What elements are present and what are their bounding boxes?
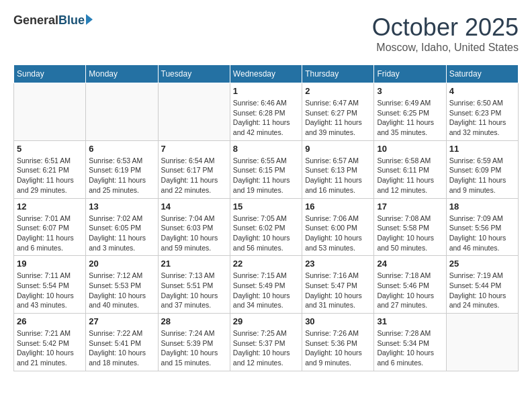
day-info: Sunrise: 7:21 AMSunset: 5:42 PMDaylight:…	[17, 328, 83, 368]
day-info: Sunrise: 7:12 AMSunset: 5:53 PMDaylight:…	[89, 271, 154, 310]
calendar-week-row: 19Sunrise: 7:11 AMSunset: 5:54 PMDayligh…	[14, 256, 519, 314]
day-number: 1	[233, 86, 299, 96]
calendar-day-9: 9Sunrise: 6:57 AMSunset: 6:13 PMDaylight…	[302, 140, 374, 198]
calendar-day-31: 31Sunrise: 7:28 AMSunset: 5:34 PMDayligh…	[374, 314, 446, 371]
calendar-day-4: 4Sunrise: 6:50 AMSunset: 6:23 PMDaylight…	[446, 83, 518, 141]
location-subtitle: Moscow, Idaho, United States	[372, 42, 519, 54]
day-number: 17	[377, 201, 443, 212]
day-info: Sunrise: 7:28 AMSunset: 5:34 PMDaylight:…	[377, 328, 443, 368]
day-number: 16	[305, 201, 371, 212]
day-number: 29	[233, 316, 299, 326]
day-number: 10	[377, 144, 443, 154]
day-info: Sunrise: 7:22 AMSunset: 5:41 PMDaylight:…	[89, 328, 154, 368]
day-info: Sunrise: 7:19 AMSunset: 5:44 PMDaylight:…	[449, 271, 515, 310]
calendar-day-13: 13Sunrise: 7:02 AMSunset: 6:05 PMDayligh…	[86, 198, 158, 256]
day-info: Sunrise: 7:01 AMSunset: 6:07 PMDaylight:…	[17, 214, 83, 253]
calendar-day-12: 12Sunrise: 7:01 AMSunset: 6:07 PMDayligh…	[14, 198, 86, 256]
day-info: Sunrise: 7:02 AMSunset: 6:05 PMDaylight:…	[89, 214, 154, 253]
calendar-day-28: 28Sunrise: 7:24 AMSunset: 5:39 PMDayligh…	[158, 314, 230, 371]
day-info: Sunrise: 6:47 AMSunset: 6:27 PMDaylight:…	[305, 98, 371, 138]
calendar-day-5: 5Sunrise: 6:51 AMSunset: 6:21 PMDaylight…	[14, 140, 86, 198]
day-info: Sunrise: 7:24 AMSunset: 5:39 PMDaylight:…	[161, 328, 227, 368]
day-number: 2	[305, 86, 371, 96]
weekday-header-monday: Monday	[86, 65, 158, 83]
day-number: 19	[17, 259, 83, 269]
day-info: Sunrise: 6:49 AMSunset: 6:25 PMDaylight:…	[377, 98, 443, 138]
day-info: Sunrise: 7:09 AMSunset: 5:56 PMDaylight:…	[449, 214, 515, 253]
day-info: Sunrise: 6:57 AMSunset: 6:13 PMDaylight:…	[305, 156, 371, 195]
weekday-header-tuesday: Tuesday	[158, 65, 230, 83]
day-number: 9	[305, 144, 371, 154]
calendar-header-row: SundayMondayTuesdayWednesdayThursdayFrid…	[14, 65, 519, 83]
calendar-week-row: 5Sunrise: 6:51 AMSunset: 6:21 PMDaylight…	[14, 140, 519, 198]
day-number: 5	[17, 144, 83, 154]
calendar-day-8: 8Sunrise: 6:55 AMSunset: 6:15 PMDaylight…	[230, 140, 302, 198]
weekday-header-thursday: Thursday	[302, 65, 374, 83]
calendar-day-2: 2Sunrise: 6:47 AMSunset: 6:27 PMDaylight…	[302, 83, 374, 141]
title-block: October 2025 Moscow, Idaho, United State…	[372, 13, 519, 54]
calendar-table: SundayMondayTuesdayWednesdayThursdayFrid…	[13, 64, 519, 371]
day-info: Sunrise: 7:08 AMSunset: 5:58 PMDaylight:…	[377, 214, 443, 253]
calendar-day-7: 7Sunrise: 6:54 AMSunset: 6:17 PMDaylight…	[158, 140, 230, 198]
calendar-day-18: 18Sunrise: 7:09 AMSunset: 5:56 PMDayligh…	[446, 198, 518, 256]
calendar-week-row: 1Sunrise: 6:46 AMSunset: 6:28 PMDaylight…	[14, 83, 519, 141]
calendar-day-16: 16Sunrise: 7:06 AMSunset: 6:00 PMDayligh…	[302, 198, 374, 256]
day-info: Sunrise: 6:46 AMSunset: 6:28 PMDaylight:…	[233, 98, 299, 138]
calendar-empty-cell	[14, 83, 86, 141]
calendar-day-22: 22Sunrise: 7:15 AMSunset: 5:49 PMDayligh…	[230, 256, 302, 314]
day-number: 28	[161, 316, 227, 326]
day-info: Sunrise: 7:11 AMSunset: 5:54 PMDaylight:…	[17, 271, 83, 310]
day-info: Sunrise: 6:51 AMSunset: 6:21 PMDaylight:…	[17, 156, 83, 195]
calendar-day-29: 29Sunrise: 7:25 AMSunset: 5:37 PMDayligh…	[230, 314, 302, 371]
calendar-day-24: 24Sunrise: 7:18 AMSunset: 5:46 PMDayligh…	[374, 256, 446, 314]
calendar-day-19: 19Sunrise: 7:11 AMSunset: 5:54 PMDayligh…	[14, 256, 86, 314]
day-number: 13	[89, 201, 154, 212]
day-info: Sunrise: 7:13 AMSunset: 5:51 PMDaylight:…	[161, 271, 227, 310]
day-info: Sunrise: 6:54 AMSunset: 6:17 PMDaylight:…	[161, 156, 227, 195]
day-info: Sunrise: 7:26 AMSunset: 5:36 PMDaylight:…	[305, 328, 371, 368]
calendar-day-15: 15Sunrise: 7:05 AMSunset: 6:02 PMDayligh…	[230, 198, 302, 256]
calendar-day-30: 30Sunrise: 7:26 AMSunset: 5:36 PMDayligh…	[302, 314, 374, 371]
day-number: 27	[89, 316, 154, 326]
calendar-day-26: 26Sunrise: 7:21 AMSunset: 5:42 PMDayligh…	[14, 314, 86, 371]
day-number: 21	[161, 259, 227, 269]
calendar-empty-cell	[86, 83, 158, 141]
day-number: 23	[305, 259, 371, 269]
day-info: Sunrise: 6:55 AMSunset: 6:15 PMDaylight:…	[233, 156, 299, 195]
calendar-day-10: 10Sunrise: 6:58 AMSunset: 6:11 PMDayligh…	[374, 140, 446, 198]
calendar-day-11: 11Sunrise: 6:59 AMSunset: 6:09 PMDayligh…	[446, 140, 518, 198]
day-number: 3	[377, 86, 443, 96]
calendar-day-25: 25Sunrise: 7:19 AMSunset: 5:44 PMDayligh…	[446, 256, 518, 314]
weekday-header-wednesday: Wednesday	[230, 65, 302, 83]
calendar-day-17: 17Sunrise: 7:08 AMSunset: 5:58 PMDayligh…	[374, 198, 446, 256]
day-number: 18	[449, 201, 515, 212]
day-info: Sunrise: 7:06 AMSunset: 6:00 PMDaylight:…	[305, 214, 371, 253]
day-info: Sunrise: 7:25 AMSunset: 5:37 PMDaylight:…	[233, 328, 299, 368]
calendar-week-row: 26Sunrise: 7:21 AMSunset: 5:42 PMDayligh…	[14, 314, 519, 371]
day-info: Sunrise: 7:04 AMSunset: 6:03 PMDaylight:…	[161, 214, 227, 253]
calendar-day-21: 21Sunrise: 7:13 AMSunset: 5:51 PMDayligh…	[158, 256, 230, 314]
calendar-day-14: 14Sunrise: 7:04 AMSunset: 6:03 PMDayligh…	[158, 198, 230, 256]
calendar-day-23: 23Sunrise: 7:16 AMSunset: 5:47 PMDayligh…	[302, 256, 374, 314]
day-info: Sunrise: 7:18 AMSunset: 5:46 PMDaylight:…	[377, 271, 443, 310]
weekday-header-friday: Friday	[374, 65, 446, 83]
logo: General Blue	[13, 13, 93, 28]
day-number: 11	[449, 144, 515, 154]
day-info: Sunrise: 6:58 AMSunset: 6:11 PMDaylight:…	[377, 156, 443, 195]
page-header: General Blue October 2025 Moscow, Idaho,…	[13, 13, 519, 54]
day-info: Sunrise: 7:15 AMSunset: 5:49 PMDaylight:…	[233, 271, 299, 310]
day-info: Sunrise: 7:16 AMSunset: 5:47 PMDaylight:…	[305, 271, 371, 310]
calendar-day-6: 6Sunrise: 6:53 AMSunset: 6:19 PMDaylight…	[86, 140, 158, 198]
day-info: Sunrise: 7:05 AMSunset: 6:02 PMDaylight:…	[233, 214, 299, 253]
weekday-header-saturday: Saturday	[446, 65, 518, 83]
day-info: Sunrise: 6:50 AMSunset: 6:23 PMDaylight:…	[449, 98, 515, 138]
calendar-day-1: 1Sunrise: 6:46 AMSunset: 6:28 PMDaylight…	[230, 83, 302, 141]
day-info: Sunrise: 6:59 AMSunset: 6:09 PMDaylight:…	[449, 156, 515, 195]
day-number: 30	[305, 316, 371, 326]
calendar-empty-cell	[446, 314, 518, 371]
day-number: 15	[233, 201, 299, 212]
day-number: 12	[17, 201, 83, 212]
calendar-empty-cell	[158, 83, 230, 141]
day-number: 8	[233, 144, 299, 154]
day-number: 6	[89, 144, 154, 154]
